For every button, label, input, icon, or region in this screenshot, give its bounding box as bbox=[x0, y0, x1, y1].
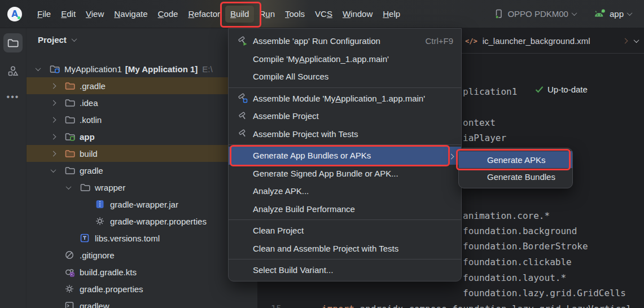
tree-item-gradle-properties[interactable]: gradle.properties bbox=[27, 280, 257, 297]
build-menu-popup: Assemble 'app' Run Configuration Ctrl+F9… bbox=[228, 28, 462, 281]
device-selector[interactable]: OPPO PDKM00 bbox=[494, 9, 576, 19]
main-menu: File Edit View Navigate Code Refactor Bu… bbox=[32, 6, 405, 23]
tree-item-wrapper-folder[interactable]: wrapper bbox=[27, 179, 257, 196]
editor-tab-ic-launcher-background[interactable]: </> ic_launcher_background.xml bbox=[465, 28, 590, 54]
tree-item-label: wrapper bbox=[95, 183, 125, 192]
tree-item-label: build bbox=[80, 149, 98, 159]
tree-item-gradle-dot-folder[interactable]: .gradle bbox=[27, 77, 257, 94]
menu-item-select-build-variant[interactable]: Select Build Variant... bbox=[229, 261, 461, 279]
tree-item-gradle-wrapper-properties[interactable]: gradle-wrapper.properties bbox=[27, 213, 257, 230]
menu-separator bbox=[229, 219, 461, 220]
submenu-item-generate-bundles[interactable]: Generate Bundles bbox=[459, 168, 572, 185]
tree-item-gradle-folder[interactable]: gradle bbox=[27, 162, 257, 179]
menu-separator bbox=[229, 259, 461, 259]
menu-run[interactable]: Run bbox=[254, 6, 280, 23]
more-toolwindows-button[interactable]: ••• bbox=[7, 92, 20, 102]
submenu-item-generate-apks[interactable]: Generate APKs bbox=[459, 151, 572, 168]
tree-item-label: gradlew bbox=[80, 301, 109, 308]
menu-item-clean-and-assemble-with-tests[interactable]: Clean and Assemble Project with Tests bbox=[229, 240, 461, 258]
tree-item-label: build.gradle.kts bbox=[80, 267, 137, 277]
menu-tools[interactable]: Tools bbox=[280, 6, 310, 23]
menu-item-assemble-project-with-tests[interactable]: Assemble Project with Tests bbox=[229, 125, 461, 143]
menu-item-analyze-build-performance[interactable]: Analyze Build Performance bbox=[229, 200, 461, 218]
tree-item-kotlin-folder[interactable]: .kotlin bbox=[27, 111, 257, 128]
main-menubar: A File Edit View Navigate Code Refactor … bbox=[0, 0, 644, 28]
menu-separator bbox=[229, 144, 461, 145]
tree-item-label: .idea bbox=[80, 98, 98, 108]
tree-item-label: gradle-wrapper.jar bbox=[110, 200, 178, 209]
menu-item-assemble-app-run-configuration[interactable]: Assemble 'app' Run Configuration Ctrl+F9 bbox=[229, 32, 461, 50]
gear-icon bbox=[95, 217, 110, 226]
menu-item-compile-myapplication[interactable]: Compile 'MyApplication_1.app.main' bbox=[229, 50, 461, 68]
jar-file-icon bbox=[95, 200, 110, 209]
resource-manager-button[interactable] bbox=[3, 61, 23, 81]
menu-item-generate-app-bundles-or-apks[interactable]: Generate App Bundles or APKs bbox=[229, 147, 461, 165]
chevron-down-icon[interactable] bbox=[66, 184, 72, 190]
menu-window[interactable]: Window bbox=[338, 6, 378, 23]
tree-item-suffix: [My Application 1] bbox=[125, 64, 198, 74]
tree-item-idea-folder[interactable]: .idea bbox=[27, 94, 257, 111]
menu-separator bbox=[229, 87, 461, 88]
chevron-right-icon[interactable] bbox=[51, 134, 56, 139]
hammer-icon bbox=[238, 111, 253, 121]
tree-item-gradle-wrapper-jar[interactable]: gradle-wrapper.jar bbox=[27, 196, 257, 213]
chevron-right-icon[interactable] bbox=[51, 100, 56, 105]
menu-item-assemble-project[interactable]: Assemble Project bbox=[229, 107, 461, 125]
menu-view[interactable]: View bbox=[81, 6, 109, 23]
menu-item-generate-signed-bundle-or-apk[interactable]: Generate Signed App Bundle or APK... bbox=[229, 165, 461, 183]
chevron-right-icon[interactable] bbox=[51, 151, 56, 156]
menu-item-clean-project[interactable]: Clean Project bbox=[229, 222, 461, 240]
chevron-left-icon[interactable] bbox=[623, 38, 628, 44]
folder-icon bbox=[65, 98, 80, 107]
tree-item-label: libs.versions.toml bbox=[95, 234, 160, 243]
folder-icon bbox=[65, 166, 80, 175]
android-studio-logo-icon[interactable]: A bbox=[7, 7, 22, 21]
toml-file-icon bbox=[80, 234, 95, 243]
project-panel-header[interactable]: Project bbox=[27, 28, 257, 51]
menu-vcs[interactable]: VCS bbox=[310, 6, 338, 23]
menu-edit[interactable]: Edit bbox=[56, 6, 81, 23]
chevron-down-icon[interactable] bbox=[36, 65, 41, 71]
menu-file[interactable]: File bbox=[32, 6, 56, 23]
code-fragment: animation.core.* bbox=[463, 209, 550, 223]
tree-item-app-module[interactable]: app bbox=[27, 128, 257, 145]
chevron-down-icon bbox=[71, 36, 77, 42]
folder-icon bbox=[80, 183, 95, 192]
tree-item-libs-versions-toml[interactable]: libs.versions.toml bbox=[27, 230, 257, 247]
gradle-kts-icon bbox=[65, 267, 80, 277]
folder-icon bbox=[7, 38, 19, 48]
tree-item-gitignore[interactable]: .gitignore bbox=[27, 247, 257, 263]
chevron-right-icon[interactable] bbox=[51, 117, 56, 122]
menu-build[interactable]: Build bbox=[225, 6, 254, 23]
tree-item-label: gradle-wrapper.properties bbox=[110, 217, 207, 226]
chevron-down-icon[interactable] bbox=[634, 37, 639, 43]
tree-item-build-folder[interactable]: build bbox=[27, 145, 257, 162]
project-toolwindow-button[interactable] bbox=[3, 33, 23, 52]
menu-help[interactable]: Help bbox=[378, 6, 405, 23]
tree-item-root-project[interactable]: MyApplication1 [My Application 1] E:\ bbox=[27, 60, 257, 77]
chevron-right-icon[interactable] bbox=[51, 83, 56, 89]
code-fragment: foundation.background bbox=[463, 224, 577, 239]
project-panel: Project MyApplication1 [My Application 1… bbox=[27, 28, 257, 308]
tree-item-gradlew[interactable]: gradlew bbox=[27, 297, 257, 308]
excluded-folder-icon bbox=[65, 149, 80, 158]
chevron-down-icon[interactable] bbox=[51, 167, 56, 173]
chevron-down-icon bbox=[627, 10, 633, 16]
project-tree: MyApplication1 [My Application 1] E:\ .g… bbox=[27, 51, 257, 308]
code-fragment: ontext bbox=[463, 116, 496, 130]
menu-item-compile-all-sources[interactable]: Compile All Sources bbox=[229, 68, 461, 86]
generate-submenu-popup: Generate APKs Generate Bundles bbox=[458, 148, 573, 188]
submenu-arrow-icon bbox=[449, 151, 453, 160]
menu-navigate[interactable]: Navigate bbox=[109, 6, 152, 23]
menu-code[interactable]: Code bbox=[153, 6, 183, 23]
menu-item-assemble-module[interactable]: Assemble Module 'MyApplication_1.app.mai… bbox=[229, 90, 461, 108]
menu-item-analyze-apk[interactable]: Analyze APK... bbox=[229, 182, 461, 200]
run-config-name: app bbox=[610, 9, 624, 19]
menu-refactor[interactable]: Refactor bbox=[183, 6, 225, 23]
run-configuration-selector[interactable]: app bbox=[593, 8, 632, 19]
module-folder-icon bbox=[65, 132, 80, 141]
editor-tab-label: ic_launcher_background.xml bbox=[483, 36, 590, 46]
code-line: import androidx.compose.foundation.lazy.… bbox=[322, 302, 632, 308]
build-status-badge: Up-to-date bbox=[535, 85, 588, 94]
tree-item-build-gradle-kts[interactable]: build.gradle.kts bbox=[27, 263, 257, 280]
